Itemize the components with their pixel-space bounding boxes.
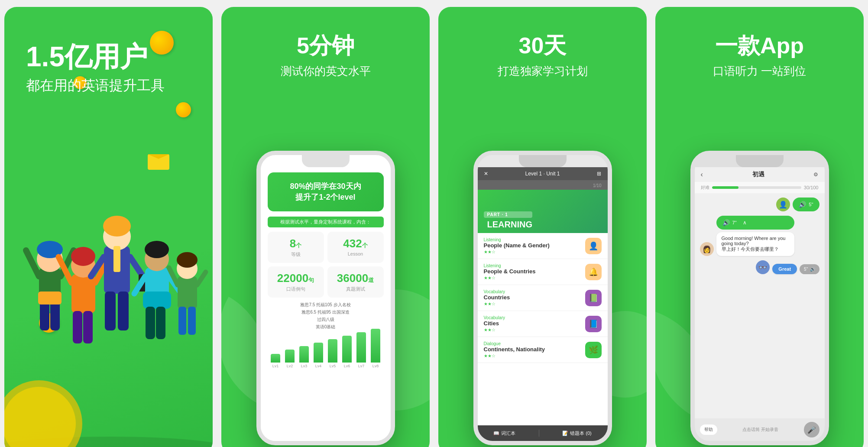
svg-line-39 (197, 272, 206, 285)
audio-bubble-1: 🔊 5'' (793, 198, 819, 211)
progress-bar-fill (712, 186, 739, 189)
lesson-info-5: Dialogue Continents, Nationality ★★☆ (484, 341, 585, 358)
svg-point-20 (103, 216, 131, 236)
progress-text: 1/10 (593, 183, 601, 188)
stat-label-1: 等级 (273, 251, 319, 258)
great-button[interactable]: Great (772, 264, 797, 274)
audio-time-2: 7'' (732, 220, 737, 225)
bar-lv5: Lv5 (328, 339, 337, 368)
lesson-name-5: Continents, Nationality (484, 346, 585, 353)
panel-30days: 30天 打造独家学习计划 ✕ Level 1 · Unit 1 ⊞ 1/10 P… (438, 7, 647, 447)
svg-point-13 (71, 247, 95, 266)
hero-main-title: 1.5亿用户 (26, 42, 165, 72)
lesson-item-1: Listening People (Name & Gender) ★★☆ 👤 (478, 233, 608, 259)
hero-content: PART · 1 LEARNING (484, 211, 532, 230)
lesson-stars-5: ★★☆ (484, 353, 585, 358)
hero-tag: PART · 1 (484, 211, 532, 218)
panel-2-header: 5分钟 测试你的英文水平 (281, 7, 371, 79)
lesson-name-2: People & Countries (484, 268, 585, 275)
p2-stats-grid: 8个 等级 432个 Lesson 22000句 口语例句 36000道 真题测… (268, 232, 384, 298)
audio-icon-2: 🔊 (722, 219, 730, 226)
lesson-name-4: Cities (484, 320, 585, 327)
audio-time-1: 5'' (809, 202, 813, 207)
label-low: 过四八级 (268, 317, 384, 323)
p4-progress-row: 好难 30/100 (695, 182, 825, 193)
panel-3-phone: ✕ Level 1 · Unit 1 ⊞ 1/10 PART · 1 LEARN… (473, 151, 612, 445)
lesson-cat-1: Listening (484, 237, 585, 242)
lesson-icon-2: 🔔 (585, 264, 602, 280)
ai-avatar-1: 👩 (700, 242, 714, 256)
text-bubble-1: Good morning! Where are you going today?… (716, 232, 794, 256)
user-avatar-2: 👓 (756, 260, 770, 274)
stat-label-4: 真题测试 (333, 286, 379, 292)
panel-3-subtitle: 打造独家学习计划 (498, 64, 588, 79)
svg-rect-10 (38, 292, 62, 304)
audio-small-icon: 5'' (804, 267, 808, 272)
bar-label-5: Lv5 (330, 364, 336, 368)
lesson-icon-3: 📗 (585, 290, 602, 306)
svg-rect-25 (105, 292, 116, 330)
label-top: 雅思7.5 托福105 步入名校 (268, 302, 384, 308)
panel-3-header: 30天 打造独家学习计划 (498, 7, 588, 79)
mic-button[interactable]: 🎤 (804, 422, 819, 437)
chat-area: 🔊 5'' 👤 👩 🔊 7'' ∧ Good morning! Where a (695, 193, 825, 418)
panel-4-subtitle: 口语听力 一站到位 (713, 64, 806, 79)
p2-badge: 根据测试水平，量身定制系统课程，内含： (268, 217, 384, 227)
p2-level-labels: 雅思7.5 托福105 步入名校 雅思6.5 托福95 出国深造 过四八级 英语… (268, 302, 384, 330)
stat-num-2: 432个 (333, 237, 379, 250)
p2-bar-chart: Lv1 Lv2 Lv3 Lv4 Lv5 (268, 334, 384, 368)
stat-sentences: 22000句 口语例句 (268, 266, 324, 298)
vocab-btn[interactable]: 📖 词汇本 (493, 430, 515, 437)
msg-row-1: 🔊 5'' 👤 (700, 198, 819, 211)
p3-bottom-bar: 📖 词汇本 📝 错题本 (0) (478, 425, 608, 441)
bar-8 (371, 329, 380, 363)
right-btns: Great 5'' 🔊 (772, 264, 819, 274)
bar-lv3: Lv3 (299, 346, 309, 368)
p2-banner-text: 80%的同学在30天内提升了1-2个level (275, 181, 377, 203)
bar-label-6: Lv6 (344, 364, 350, 368)
bar-4 (314, 343, 323, 363)
panel-2-subtitle: 测试你的英文水平 (281, 64, 371, 79)
lesson-stars-1: ★★☆ (484, 249, 585, 254)
phone-notch-4 (736, 155, 784, 167)
chat-title: 初遇 (752, 171, 764, 178)
msg-row-2: 👩 🔊 7'' ∧ Good morning! Where are you go… (700, 216, 819, 256)
stat-num-1: 8个 (273, 237, 319, 250)
left-msg-group: 🔊 7'' ∧ Good morning! Where are you goin… (716, 216, 794, 256)
panel-hero: 1.5亿用户 都在用的英语提升工具 (4, 7, 213, 447)
help-btn[interactable]: 帮助 (700, 424, 717, 435)
hero-sub-title: 都在用的英语提升工具 (26, 76, 165, 95)
hero-title-block: 1.5亿用户 都在用的英语提升工具 (26, 42, 165, 95)
bar-6 (342, 336, 352, 363)
phone-notch-3 (519, 155, 567, 167)
lesson-name-1: People (Name & Gender) (484, 242, 585, 249)
expand-icon: ∧ (743, 220, 747, 226)
errors-btn[interactable]: 📝 错题本 (0) (562, 430, 592, 437)
p2-banner: 80%的同学在30天内提升了1-2个level (268, 172, 384, 211)
bar-label-3: Lv3 (301, 364, 308, 368)
svg-rect-21 (113, 246, 120, 272)
lesson-item-2: Listening People & Countries ★★☆ 🔔 (478, 259, 608, 285)
user-avatar-1: 👤 (776, 198, 790, 211)
svg-point-30 (145, 241, 169, 258)
vocab-label: 词汇本 (501, 430, 515, 437)
lesson-item-5: Dialogue Continents, Nationality ★★☆ 🌿 (478, 337, 608, 363)
lesson-info-1: Listening People (Name & Gender) ★★☆ (484, 237, 585, 254)
bar-label-8: Lv8 (372, 364, 379, 368)
settings-icon: ⚙ (813, 172, 818, 178)
panel-5min: 5分钟 测试你的英文水平 80%的同学在30天内提升了1-2个level 根据测… (221, 7, 430, 447)
lesson-stars-2: ★★☆ (484, 275, 585, 280)
bar-label-7: Lv7 (358, 364, 365, 368)
p3-nav: ✕ Level 1 · Unit 1 ⊞ (478, 167, 608, 180)
stat-lessons: 432个 Lesson (327, 232, 384, 263)
coin-decoration-2 (176, 102, 191, 117)
phone-content-2: 80%的同学在30天内提升了1-2个level 根据测试水平，量身定制系统课程，… (261, 167, 391, 441)
svg-rect-33 (146, 307, 155, 339)
vocab-icon: 📖 (493, 431, 499, 436)
audio-icon-1: 🔊 (799, 201, 806, 208)
lesson-cat-4: Vocabulary (484, 315, 585, 320)
panel-4-header: 一款App 口语听力 一站到位 (713, 7, 806, 79)
stat-label-2: Lesson (333, 251, 379, 256)
panel-2-title: 5分钟 (281, 31, 371, 61)
start-hint: 点击话筒 开始录音 (742, 427, 778, 433)
